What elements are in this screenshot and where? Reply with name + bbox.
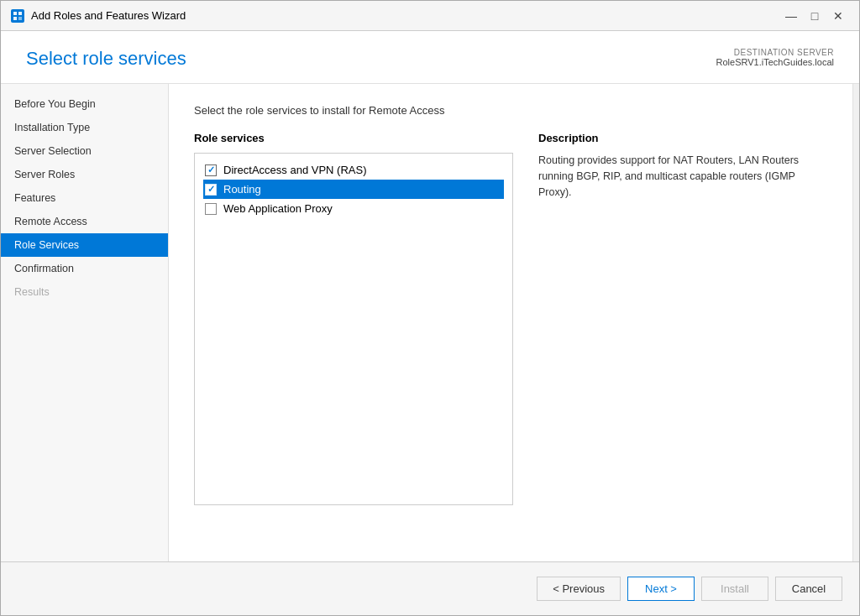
role-services-section: Role services DirectAccess and VPN (RAS)…	[194, 132, 513, 505]
service-item-web-app-proxy[interactable]: Web Application Proxy	[203, 199, 504, 218]
role-services-heading: Role services	[194, 132, 513, 144]
sidebar-item-installation-type[interactable]: Installation Type	[1, 116, 168, 139]
scrollbar[interactable]	[852, 84, 859, 561]
service-label-web-app-proxy: Web Application Proxy	[223, 202, 333, 215]
next-button[interactable]: Next >	[627, 577, 695, 601]
sidebar-item-server-roles[interactable]: Server Roles	[1, 163, 168, 186]
title-bar: Add Roles and Features Wizard — □ ✕	[1, 1, 859, 31]
destination-server-info: DESTINATION SERVER RoleSRV1.iTechGuides.…	[716, 48, 834, 67]
services-list: DirectAccess and VPN (RAS)RoutingWeb App…	[194, 153, 513, 505]
svg-rect-3	[18, 17, 22, 20]
page-title: Select role services	[26, 48, 186, 70]
sidebar: Before You BeginInstallation TypeServer …	[1, 84, 169, 561]
service-label-directaccess-vpn: DirectAccess and VPN (RAS)	[223, 164, 367, 176]
checkbox-directaccess-vpn[interactable]	[205, 164, 217, 176]
previous-button[interactable]: < Previous	[537, 577, 621, 601]
maximize-button[interactable]: □	[804, 6, 826, 26]
sidebar-item-role-services[interactable]: Role Services	[1, 233, 168, 257]
main-instruction: Select the role services to install for …	[194, 104, 827, 117]
main-content: Select the role services to install for …	[169, 84, 852, 561]
sidebar-item-confirmation[interactable]: Confirmation	[1, 257, 168, 280]
content-area: Before You BeginInstallation TypeServer …	[1, 84, 859, 561]
sidebar-item-results: Results	[1, 280, 168, 304]
destination-server-label: DESTINATION SERVER	[716, 48, 834, 57]
checkbox-routing[interactable]	[205, 184, 217, 196]
svg-rect-1	[18, 12, 22, 15]
minimize-button[interactable]: —	[780, 6, 802, 26]
service-item-routing[interactable]: Routing	[203, 180, 504, 199]
svg-rect-0	[13, 12, 17, 15]
destination-server-name: RoleSRV1.iTechGuides.local	[716, 57, 834, 67]
app-icon	[11, 9, 24, 23]
close-button[interactable]: ✕	[827, 6, 849, 26]
footer: < Previous Next > Install Cancel	[1, 561, 859, 615]
sidebar-item-server-selection[interactable]: Server Selection	[1, 139, 168, 163]
checkbox-web-app-proxy[interactable]	[205, 203, 217, 215]
service-item-directaccess-vpn[interactable]: DirectAccess and VPN (RAS)	[203, 160, 504, 180]
sidebar-item-features[interactable]: Features	[1, 186, 168, 210]
cancel-button[interactable]: Cancel	[775, 577, 842, 601]
service-label-routing: Routing	[223, 183, 261, 196]
sidebar-item-remote-access[interactable]: Remote Access	[1, 210, 168, 233]
window-title: Add Roles and Features Wizard	[31, 9, 186, 22]
sidebar-item-before-you-begin[interactable]: Before You Begin	[1, 92, 168, 116]
wizard-window: Add Roles and Features Wizard — □ ✕ Sele…	[0, 0, 860, 616]
install-button[interactable]: Install	[701, 577, 768, 601]
svg-rect-2	[13, 17, 17, 20]
description-section: Description Routing provides support for…	[538, 132, 827, 505]
description-heading: Description	[538, 132, 827, 144]
description-text: Routing provides support for NAT Routers…	[538, 153, 827, 200]
page-header: Select role services DESTINATION SERVER …	[1, 31, 859, 84]
